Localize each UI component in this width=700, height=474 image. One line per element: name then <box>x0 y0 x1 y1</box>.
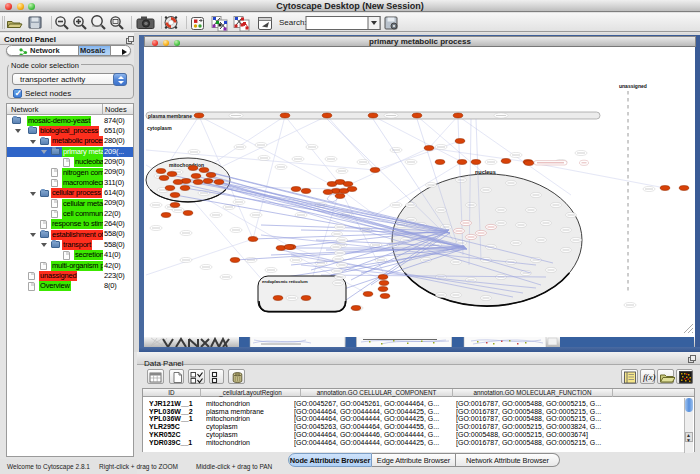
svg-text:plasma membrane: plasma membrane <box>148 113 192 119</box>
svg-text:cytoplasm: cytoplasm <box>147 125 172 131</box>
svg-text:mitochondrion: mitochondrion <box>169 162 204 168</box>
svg-text:endoplasmic reticulum: endoplasmic reticulum <box>262 279 308 284</box>
svg-text:unassigned: unassigned <box>619 83 647 89</box>
svg-text:f(x): f(x) <box>643 372 656 382</box>
